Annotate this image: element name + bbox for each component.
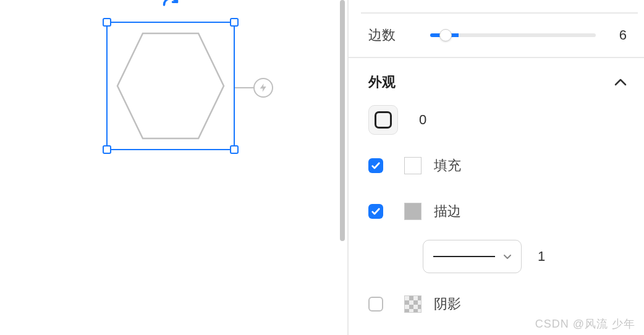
sides-value[interactable]: 6 xyxy=(608,27,627,43)
sides-label: 边数 xyxy=(368,26,430,45)
corner-radius-value[interactable]: 0 xyxy=(419,112,426,128)
rotate-cw-icon[interactable] xyxy=(162,0,179,18)
shadow-checkbox[interactable] xyxy=(368,297,383,312)
shadow-row: 阴影 xyxy=(368,287,627,321)
canvas-area[interactable] xyxy=(0,0,339,335)
scrollbar-thumb[interactable] xyxy=(340,0,345,241)
stroke-swatch[interactable] xyxy=(404,203,422,220)
properties-sidebar: 边数 6 外观 0 填充 描边 xyxy=(347,0,644,335)
action-node[interactable] xyxy=(253,78,273,98)
corner-radius-button[interactable] xyxy=(368,105,398,135)
scrollbar[interactable] xyxy=(339,0,347,335)
connector-line xyxy=(235,87,255,88)
stroke-line-icon xyxy=(433,256,495,257)
stroke-label: 描边 xyxy=(434,202,461,221)
appearance-title: 外观 xyxy=(368,73,396,91)
sides-row: 边数 6 xyxy=(349,14,644,58)
resize-handle-tr[interactable] xyxy=(230,18,239,27)
fill-swatch[interactable] xyxy=(404,157,422,174)
stroke-row: 描边 xyxy=(368,194,627,229)
panel-divider xyxy=(361,0,638,14)
fill-label: 填充 xyxy=(434,156,461,175)
stroke-style-row: 1 xyxy=(368,240,627,273)
appearance-section-header[interactable]: 外观 xyxy=(349,58,644,103)
selection-frame[interactable] xyxy=(106,22,235,150)
appearance-list: 0 填充 描边 1 xyxy=(349,103,644,333)
rounded-square-icon xyxy=(375,111,392,129)
resize-handle-tl[interactable] xyxy=(103,18,111,27)
stroke-style-select[interactable] xyxy=(423,240,522,273)
chevron-up-icon[interactable] xyxy=(614,76,627,89)
shadow-label: 阴影 xyxy=(434,295,461,313)
chevron-down-icon xyxy=(504,252,511,261)
sides-slider[interactable] xyxy=(430,33,596,37)
fill-checkbox[interactable] xyxy=(368,158,383,173)
stroke-checkbox[interactable] xyxy=(368,204,383,219)
resize-handle-bl[interactable] xyxy=(103,145,111,154)
corner-radius-row: 0 xyxy=(368,103,627,137)
resize-handle-br[interactable] xyxy=(230,145,239,154)
fill-row: 填充 xyxy=(368,148,627,183)
shadow-swatch[interactable] xyxy=(404,295,422,313)
stroke-width-value[interactable]: 1 xyxy=(538,248,545,265)
